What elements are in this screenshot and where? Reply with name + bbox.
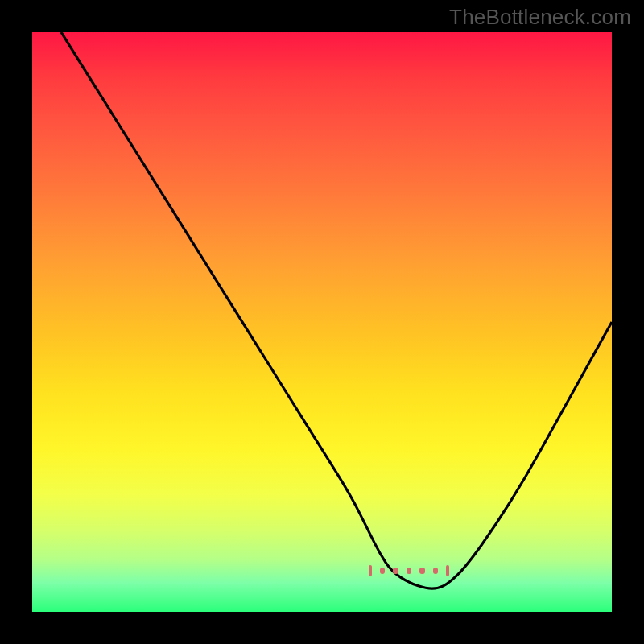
marker-dot: [369, 565, 372, 576]
optimal-zone-markers: [369, 564, 450, 578]
bottleneck-curve: [61, 32, 612, 588]
plot-area: [32, 32, 612, 612]
marker-dot: [446, 565, 449, 576]
marker-dash: [380, 568, 386, 574]
marker-dash: [419, 568, 425, 574]
marker-dash: [407, 568, 412, 574]
marker-dash: [433, 568, 439, 574]
watermark-text: TheBottleneck.com: [449, 5, 631, 30]
chart-container: TheBottleneck.com: [0, 0, 644, 644]
marker-dash: [393, 568, 398, 574]
curve-layer: [32, 32, 612, 612]
